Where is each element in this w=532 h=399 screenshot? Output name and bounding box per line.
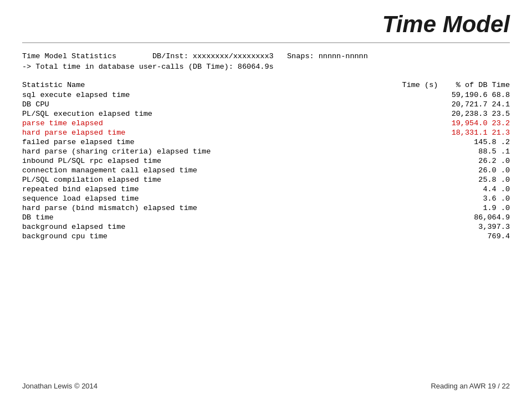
table-row: hard parse (sharing criteria) elapsed ti…	[22, 147, 510, 156]
row-name: hard parse (sharing criteria) elapsed ti…	[22, 147, 211, 156]
row-values: 20,721.7 24.1	[421, 100, 510, 109]
table-row: hard parse (bind mismatch) elapsed time …	[22, 203, 510, 213]
row-values: 20,238.3 23.5	[421, 110, 510, 118]
title-area: Time Model	[22, 11, 510, 43]
footer: Jonathan Lewis © 2014 Reading an AWR 19 …	[22, 382, 510, 390]
table-row: sql execute elapsed time 59,190.6 68.8	[22, 90, 510, 100]
table-row: parse time elapsed 19,954.0 23.2	[22, 119, 510, 128]
row-name: DB time	[22, 213, 54, 222]
row-name: inbound PL/SQL rpc elapsed time	[22, 157, 161, 165]
table-row: connection management call elapsed time …	[22, 166, 510, 175]
row-name: repeated bind elapsed time	[22, 185, 139, 193]
table-row: hard parse elapsed time 18,331.1 21.3	[22, 128, 510, 137]
row-values: 25.8 .0	[421, 176, 510, 184]
row-name: background cpu time	[22, 232, 108, 241]
table-row: background cpu time 769.4	[22, 232, 510, 241]
row-name: hard parse (bind mismatch) elapsed time	[22, 204, 197, 212]
row-name: parse time elapsed	[22, 119, 103, 127]
row-name: sql execute elapsed time	[22, 91, 130, 99]
data-rows: sql execute elapsed time 59,190.6 68.8DB…	[22, 90, 510, 241]
row-values: 26.2 .0	[421, 157, 510, 165]
header-line2: -> Total time in database user-calls (DB…	[22, 63, 510, 71]
col-headers-row: Statistic Name Time (s) % of DB Time	[22, 81, 510, 89]
table-row: PL/SQL compilation elapsed time 25.8 .0	[22, 175, 510, 185]
row-name: sequence load elapsed time	[22, 195, 139, 203]
row-name: PL/SQL compilation elapsed time	[22, 176, 161, 184]
row-name: failed parse elapsed time	[22, 138, 135, 146]
footer-right: Reading an AWR 19 / 22	[431, 382, 510, 390]
row-name: background elapsed time	[22, 223, 125, 231]
row-values: 88.5 .1	[421, 147, 510, 156]
row-values: 26.0 .0	[421, 166, 510, 175]
slide-title: Time Model	[382, 11, 510, 37]
row-values: 86,064.9	[421, 213, 510, 222]
table-row: repeated bind elapsed time 4.4 .0	[22, 185, 510, 194]
col-values-header: Time (s) % of DB Time	[402, 81, 510, 89]
table-row: DB time 86,064.9	[22, 213, 510, 222]
slide: Time Model Time Model Statistics DB/Inst…	[0, 0, 532, 399]
row-values: 19,954.0 23.2	[421, 119, 510, 127]
table-row: failed parse elapsed time 145.8 .2	[22, 137, 510, 147]
col-name-header: Statistic Name	[22, 81, 85, 89]
row-values: 769.4	[421, 232, 510, 241]
row-values: 1.9 .0	[421, 204, 510, 212]
row-name: connection management call elapsed time	[22, 166, 197, 175]
row-name: hard parse elapsed time	[22, 129, 125, 137]
row-values: 3.6 .0	[421, 195, 510, 203]
table-row: DB CPU 20,721.7 24.1	[22, 100, 510, 109]
table-row: inbound PL/SQL rpc elapsed time 26.2 .0	[22, 156, 510, 166]
content-area: Time Model Statistics DB/Inst: xxxxxxxx/…	[22, 52, 510, 241]
row-name: PL/SQL execution elapsed time	[22, 110, 152, 118]
row-values: 4.4 .0	[421, 185, 510, 193]
footer-left: Jonathan Lewis © 2014	[22, 382, 98, 390]
row-name: DB CPU	[22, 100, 49, 109]
table-row: sequence load elapsed time 3.6 .0	[22, 194, 510, 203]
table-row: PL/SQL execution elapsed time 20,238.3 2…	[22, 109, 510, 119]
row-values: 145.8 .2	[421, 138, 510, 146]
row-values: 59,190.6 68.8	[421, 91, 510, 99]
row-values: 3,397.3	[421, 223, 510, 231]
table-row: background elapsed time 3,397.3	[22, 222, 510, 232]
header-line1: Time Model Statistics DB/Inst: xxxxxxxx/…	[22, 52, 510, 60]
row-values: 18,331.1 21.3	[421, 129, 510, 137]
